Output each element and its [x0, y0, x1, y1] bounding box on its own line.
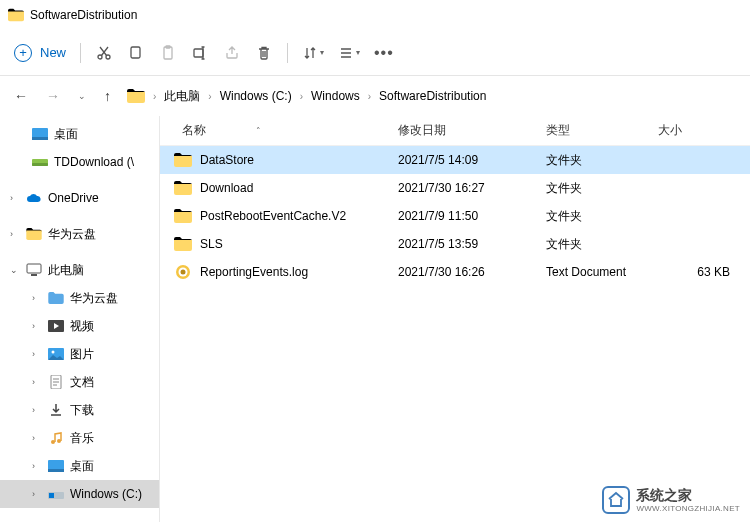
video-icon — [48, 318, 64, 334]
file-name: PostRebootEventCache.V2 — [200, 209, 346, 223]
desktop-icon — [48, 458, 64, 474]
breadcrumb[interactable]: › 此电脑 › Windows (C:) › Windows › Softwar… — [127, 88, 486, 105]
file-date: 2021/7/30 16:27 — [398, 181, 546, 195]
svg-rect-5 — [194, 49, 203, 57]
up-button[interactable]: ↑ — [104, 88, 111, 104]
sidebar-item-tddownload[interactable]: TDDownload (\ — [0, 148, 159, 176]
sidebar-item-onedrive[interactable]: › OneDrive — [0, 184, 159, 212]
chevron-right-icon: › — [208, 91, 211, 102]
table-row[interactable]: SLS2021/7/5 13:59文件夹 — [160, 230, 750, 258]
pictures-icon — [48, 346, 64, 362]
copy-icon[interactable] — [127, 44, 145, 62]
expand-icon[interactable]: › — [32, 489, 42, 499]
chevron-right-icon: › — [153, 91, 156, 102]
sidebar-item-desktop[interactable]: 桌面 — [0, 120, 159, 148]
svg-rect-11 — [31, 274, 37, 276]
share-icon[interactable] — [223, 44, 241, 62]
cut-icon[interactable] — [95, 44, 113, 62]
sidebar-item-documents[interactable]: ›文档 — [0, 368, 159, 396]
titlebar: SoftwareDistribution — [0, 0, 750, 30]
breadcrumb-item[interactable]: SoftwareDistribution — [379, 89, 486, 103]
file-size: 63 KB — [658, 265, 750, 279]
svg-point-1 — [106, 55, 110, 59]
chevron-right-icon: › — [368, 91, 371, 102]
plus-icon: + — [14, 44, 32, 62]
watermark: 系统之家WWW.XITONGZHIJIA.NET — [602, 486, 740, 514]
expand-icon[interactable]: › — [32, 377, 42, 387]
svg-rect-7 — [32, 137, 48, 140]
table-row[interactable]: ReportingEvents.log2021/7/30 16:26Text D… — [160, 258, 750, 286]
expand-icon[interactable]: › — [10, 193, 20, 203]
breadcrumb-item[interactable]: 此电脑 — [164, 88, 200, 105]
column-size[interactable]: 大小 — [658, 122, 750, 139]
table-row[interactable]: PostRebootEventCache.V22021/7/9 11:50文件夹 — [160, 202, 750, 230]
sidebar-item-desktop2[interactable]: ›桌面 — [0, 452, 159, 480]
file-name: SLS — [200, 237, 223, 251]
desktop-icon — [32, 126, 48, 142]
folder-icon — [48, 290, 64, 306]
sidebar-item-videos[interactable]: ›视频 — [0, 312, 159, 340]
breadcrumb-item[interactable]: Windows — [311, 89, 360, 103]
expand-icon[interactable]: › — [32, 461, 42, 471]
chevron-right-icon: › — [300, 91, 303, 102]
breadcrumb-item[interactable]: Windows (C:) — [220, 89, 292, 103]
window-title: SoftwareDistribution — [30, 8, 137, 22]
sidebar-item-windows-c[interactable]: ›Windows (C:) — [0, 480, 159, 508]
view-button[interactable]: ▾ — [338, 45, 360, 61]
file-type: Text Document — [546, 265, 658, 279]
column-type[interactable]: 类型 — [546, 122, 658, 139]
back-button[interactable]: ← — [14, 88, 28, 104]
file-date: 2021/7/9 11:50 — [398, 209, 546, 223]
more-button[interactable]: ••• — [374, 44, 394, 62]
expand-icon[interactable]: › — [10, 229, 20, 239]
delete-icon[interactable] — [255, 44, 273, 62]
paste-icon[interactable] — [159, 44, 177, 62]
sidebar[interactable]: 桌面 TDDownload (\ › OneDrive › 华为云盘 ⌄ 此电脑… — [0, 116, 160, 522]
collapse-icon[interactable]: ⌄ — [10, 265, 20, 275]
sidebar-item-huawei-cloud[interactable]: ›华为云盘 — [0, 284, 159, 312]
svg-point-0 — [98, 55, 102, 59]
svg-rect-3 — [164, 47, 172, 59]
downloads-icon — [48, 402, 64, 418]
rename-icon[interactable] — [191, 44, 209, 62]
file-list: 名称˄ 修改日期 类型 大小 DataStore2021/7/5 14:09文件… — [160, 116, 750, 522]
file-name: Download — [200, 181, 253, 195]
sidebar-item-huawei[interactable]: › 华为云盘 — [0, 220, 159, 248]
file-type: 文件夹 — [546, 208, 658, 225]
column-date[interactable]: 修改日期 — [398, 122, 546, 139]
documents-icon — [48, 374, 64, 390]
expand-icon[interactable]: › — [32, 433, 42, 443]
svg-rect-9 — [32, 163, 48, 166]
svg-point-14 — [52, 351, 55, 354]
sidebar-item-music[interactable]: ›音乐 — [0, 424, 159, 452]
file-date: 2021/7/5 14:09 — [398, 153, 546, 167]
table-row[interactable]: Download2021/7/30 16:27文件夹 — [160, 174, 750, 202]
forward-button[interactable]: → — [46, 88, 60, 104]
table-row[interactable]: DataStore2021/7/5 14:09文件夹 — [160, 146, 750, 174]
navbar: ← → ⌄ ↑ › 此电脑 › Windows (C:) › Windows ›… — [0, 76, 750, 116]
svg-point-24 — [181, 270, 186, 275]
folder-icon — [8, 8, 24, 22]
music-icon — [48, 430, 64, 446]
column-headers[interactable]: 名称˄ 修改日期 类型 大小 — [160, 116, 750, 146]
svg-rect-10 — [27, 264, 41, 273]
file-name: DataStore — [200, 153, 254, 167]
sort-button[interactable]: ▾ — [302, 45, 324, 61]
expand-icon[interactable]: › — [32, 405, 42, 415]
drive-windows-icon — [48, 486, 64, 502]
sidebar-item-pictures[interactable]: ›图片 — [0, 340, 159, 368]
expand-icon[interactable]: › — [32, 321, 42, 331]
toolbar: + New ▾ ▾ ••• — [0, 30, 750, 76]
sidebar-item-downloads[interactable]: ›下载 — [0, 396, 159, 424]
sort-indicator-icon: ˄ — [256, 126, 261, 136]
recent-button[interactable]: ⌄ — [78, 91, 86, 101]
thispc-icon — [26, 262, 42, 278]
expand-icon[interactable]: › — [32, 349, 42, 359]
file-date: 2021/7/5 13:59 — [398, 237, 546, 251]
expand-icon[interactable]: › — [32, 293, 42, 303]
drive-icon — [32, 154, 48, 170]
column-name[interactable]: 名称˄ — [160, 122, 398, 139]
chevron-down-icon: ▾ — [356, 48, 360, 57]
sidebar-item-thispc[interactable]: ⌄ 此电脑 — [0, 256, 159, 284]
new-button[interactable]: + New — [14, 44, 66, 62]
